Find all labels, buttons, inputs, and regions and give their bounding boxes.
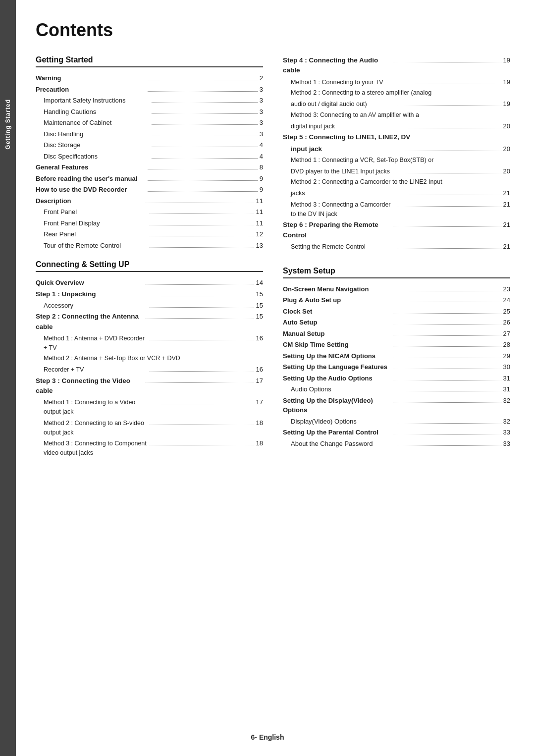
toc-accessory: Accessory 15 <box>36 301 263 311</box>
right-connecting-section: Step 4 : Connecting the Audio cable 19 M… <box>283 55 510 252</box>
toc-before-reading: Before reading the user's manual 9 <box>36 174 263 184</box>
system-setup-header: System Setup <box>283 267 510 278</box>
toc-step2-antenna: Step 2 : Connecting the Antenna cable 15 <box>36 312 263 332</box>
toc-line2-method2-line2: jacks 21 <box>283 188 510 198</box>
toc-plug-auto-setup: Plug & Auto Set up 24 <box>283 295 510 305</box>
toc-step3-video: Step 3 : Connecting the Video cable 17 <box>36 376 263 396</box>
page-footer: 6- English <box>251 733 284 741</box>
side-tab-label: Getting Started <box>4 99 11 150</box>
toc-disc-handling: Disc Handling 3 <box>36 129 263 139</box>
toc-remote-control-tour: Tour of the Remote Control 13 <box>36 241 263 251</box>
toc-line1-method1-line1: Method 1 : Connecting a VCR, Set-Top Box… <box>283 156 510 165</box>
toc-step5-line1: Step 5 : Connecting to LINE1, LINE2, DV <box>283 132 510 142</box>
toc-display-video-options: Setting Up the Display(Video) Options 32 <box>283 396 510 415</box>
toc-step4-audio: Step 4 : Connecting the Audio cable 19 <box>283 55 510 76</box>
toc-maintenance-cabinet: Maintenance of Cabinet 3 <box>36 118 263 128</box>
right-column: Step 4 : Connecting the Audio cable 19 M… <box>283 55 510 459</box>
toc-handling-cautions: Handling Cautions 3 <box>36 107 263 117</box>
toc-audio-options: Setting Up the Audio Options 31 <box>283 374 510 383</box>
getting-started-section: Getting Started Warning 2 Precaution 3 I… <box>36 55 263 250</box>
toc-line2-method2-line1: Method 2 : Connecting a Camcorder to the… <box>283 177 510 187</box>
two-column-layout: Getting Started Warning 2 Precaution 3 I… <box>36 55 510 459</box>
toc-antenna-method2-line1: Method 2 : Antenna + Set-Top Box or VCR … <box>36 354 263 363</box>
footer-text: 6- English <box>251 733 284 741</box>
toc-quick-overview: Quick Overview 14 <box>36 278 263 288</box>
getting-started-header: Getting Started <box>36 55 263 67</box>
toc-warning: Warning 2 <box>36 73 263 83</box>
toc-audio-method1: Method 1 : Connecting to your TV 19 <box>283 77 510 87</box>
toc-front-panel-display: Front Panel Display 11 <box>36 218 263 228</box>
toc-front-panel: Front Panel 11 <box>36 207 263 217</box>
toc-disc-storage: Disc Storage 4 <box>36 140 263 150</box>
toc-language-features: Setting Up the Language Features 30 <box>283 362 510 372</box>
toc-description: Description 11 <box>36 196 263 206</box>
toc-audio-options-sub: Audio Options 31 <box>283 384 510 394</box>
toc-audio-method3-line1: Method 3: Connecting to an AV amplifier … <box>283 110 510 120</box>
toc-general-features: General Features 8 <box>36 162 263 172</box>
toc-rear-panel: Rear Panel 12 <box>36 229 263 239</box>
toc-safety: Important Safety Instructions 3 <box>36 96 263 106</box>
toc-video-method2: Method 2 : Connecting to an S-video outp… <box>36 418 263 437</box>
page-title: Contents <box>36 20 510 41</box>
toc-video-method3: Method 3 : Connecting to Component video… <box>36 438 263 458</box>
toc-onscreen-nav: On-Screen Menu Navigation 23 <box>283 284 510 294</box>
toc-step1-unpacking: Step 1 : Unpacking 15 <box>36 289 263 299</box>
toc-parental-control: Setting Up the Parental Control 33 <box>283 428 510 437</box>
left-column: Getting Started Warning 2 Precaution 3 I… <box>36 55 263 459</box>
toc-precaution: Precaution 3 <box>36 85 263 95</box>
main-content: Contents Getting Started Warning 2 Preca… <box>16 0 535 756</box>
toc-dv-method3: Method 3 : Connecting a Camcorder to the… <box>283 200 510 219</box>
toc-audio-method2-line1: Method 2 : Connecting to a stereo amplif… <box>283 88 510 98</box>
side-tab: Getting Started <box>0 0 16 756</box>
toc-video-method1: Method 1 : Connecting to a Video output … <box>36 397 263 417</box>
connecting-section: Connecting & Setting UP Quick Overview 1… <box>36 260 263 458</box>
toc-cm-skip: CM Skip Time Setting 28 <box>283 340 510 350</box>
toc-nicam-options: Setting Up the NICAM Options 29 <box>283 351 510 361</box>
toc-auto-setup: Auto Setup 26 <box>283 318 510 327</box>
toc-antenna-method1: Method 1 : Antenna + DVD Recorder + TV 1… <box>36 333 263 353</box>
toc-step5-input-jack: input jack 20 <box>283 144 510 154</box>
toc-line1-method1-line2: DVD player to the LINE1 Input jacks 20 <box>283 166 510 176</box>
toc-clock-set: Clock Set 25 <box>283 307 510 317</box>
toc-parental-control-sub: About the Change Password 33 <box>283 439 510 449</box>
toc-how-to-use: How to use the DVD Recorder 9 <box>36 185 263 195</box>
toc-disc-specs: Disc Specifications 4 <box>36 152 263 162</box>
toc-step6-remote: Step 6 : Preparing the Remote Control 21 <box>283 220 510 240</box>
system-setup-section: System Setup On-Screen Menu Navigation 2… <box>283 267 510 449</box>
toc-setting-remote: Setting the Remote Control 21 <box>283 242 510 252</box>
toc-manual-setup: Manual Setup 27 <box>283 329 510 339</box>
toc-audio-method2-line2: audio out / digital audio out) 19 <box>283 99 510 109</box>
connecting-header: Connecting & Setting UP <box>36 260 263 272</box>
toc-display-video-sub: Display(Video) Options 32 <box>283 417 510 427</box>
toc-antenna-method2-line2: Recorder + TV 16 <box>36 365 263 375</box>
toc-audio-method3-line2: digital input jack 20 <box>283 121 510 131</box>
